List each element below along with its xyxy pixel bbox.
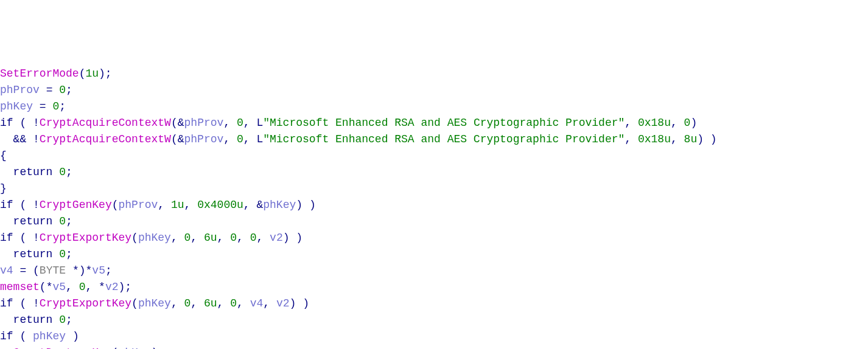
space [52, 314, 59, 326]
num-8u: 8u [684, 133, 698, 145]
comma: , [191, 232, 197, 244]
num-0: 0 [59, 84, 66, 96]
space [26, 264, 33, 277]
fn-CryptExportKey: CryptExportKey [40, 232, 131, 244]
op-addr: & [178, 117, 184, 129]
kw-if: if [0, 199, 13, 211]
str-provider: "Microsoft Enhanced RSA and AES Cryptogr… [263, 117, 625, 129]
comma: , [237, 232, 243, 244]
comma: , [191, 297, 197, 309]
comma: , [171, 232, 178, 244]
var-v2: v2 [105, 281, 119, 293]
space [26, 297, 33, 309]
comma: , [223, 133, 230, 145]
comma: , [243, 199, 250, 211]
paren-close: ) [296, 232, 303, 244]
str-provider: "Microsoft Enhanced RSA and AES Cryptogr… [263, 133, 625, 145]
paren-open: ( [171, 117, 178, 129]
space [178, 232, 184, 244]
semicolon: ; [66, 166, 72, 178]
comma: , [625, 117, 631, 129]
fn-SetErrorMode: SetErrorMode [0, 67, 79, 80]
num-0: 0 [79, 281, 86, 293]
var-phKey: phKey [0, 100, 33, 112]
num-0x18u: 0x18u [638, 133, 671, 145]
space [26, 232, 33, 244]
paren-close: ) [303, 297, 309, 309]
paren-open: ( [171, 133, 178, 145]
paren-close: ) [99, 67, 105, 80]
kw-L: L [256, 117, 263, 129]
code-block: SetErrorMode(1u); phProv = 0; phKey = 0;… [0, 66, 868, 349]
space [13, 199, 20, 211]
space [13, 297, 20, 309]
semicolon: ; [105, 264, 112, 277]
op-eq: = [40, 100, 46, 112]
num-1u: 1u [85, 67, 99, 80]
num-0x18u: 0x18u [638, 117, 671, 129]
semicolon: ; [105, 67, 112, 80]
var-v5: v5 [92, 264, 105, 277]
paren-close: ) [290, 297, 296, 309]
space [33, 100, 40, 112]
space [197, 232, 204, 244]
kw-if: if [0, 330, 13, 342]
space [270, 297, 276, 309]
paren-open: ( [79, 67, 86, 80]
num-0: 0 [684, 117, 691, 129]
paren-close: ) [283, 232, 290, 244]
paren-close: ) [72, 330, 79, 342]
kw-if: if [0, 232, 13, 244]
paren-close: ) [296, 199, 303, 211]
paren-close: ) [151, 347, 158, 349]
semicolon: ; [59, 100, 66, 112]
space [704, 133, 710, 145]
num-0: 0 [250, 232, 257, 244]
space [164, 199, 171, 211]
op-addr: & [178, 133, 184, 145]
comma: , [671, 117, 677, 129]
op-not: ! [33, 232, 40, 244]
kw-L: L [256, 133, 263, 145]
kw-if: if [0, 297, 13, 309]
num-0: 0 [59, 215, 66, 227]
paren-open: ( [131, 232, 138, 244]
space [26, 199, 33, 211]
space [243, 297, 250, 309]
paren-open: ( [19, 297, 26, 309]
var-phKey: phKey [33, 330, 66, 342]
kw-return: return [13, 314, 53, 326]
comma: , [171, 297, 178, 309]
op-and: && [13, 133, 27, 145]
op-star: * [99, 281, 105, 293]
space [631, 117, 638, 129]
space [677, 117, 684, 129]
op-star: * [72, 264, 79, 277]
comma: , [217, 297, 224, 309]
op-not: ! [33, 133, 40, 145]
kw-return: return [13, 215, 53, 227]
paren-open: ( [112, 347, 119, 349]
num-6u: 6u [204, 232, 217, 244]
paren-close: ) [690, 117, 697, 129]
space [26, 133, 33, 145]
var-phKey: phKey [263, 199, 296, 211]
comma: , [85, 281, 92, 293]
space [296, 297, 303, 309]
var-v2: v2 [270, 232, 283, 244]
num-0x4000u: 0x4000u [197, 199, 243, 211]
var-phKey: phKey [138, 232, 171, 244]
op-eq: = [19, 264, 26, 277]
comma: , [66, 281, 72, 293]
semicolon: ; [66, 314, 72, 326]
space [52, 248, 59, 260]
paren-open: ( [19, 117, 26, 129]
space [303, 199, 309, 211]
space [52, 215, 59, 227]
paren-close: ) [710, 133, 717, 145]
op-addr: & [256, 199, 263, 211]
comma: , [625, 133, 631, 145]
op-star: * [86, 264, 93, 277]
var-phKey: phKey [138, 297, 171, 309]
space [26, 117, 33, 129]
